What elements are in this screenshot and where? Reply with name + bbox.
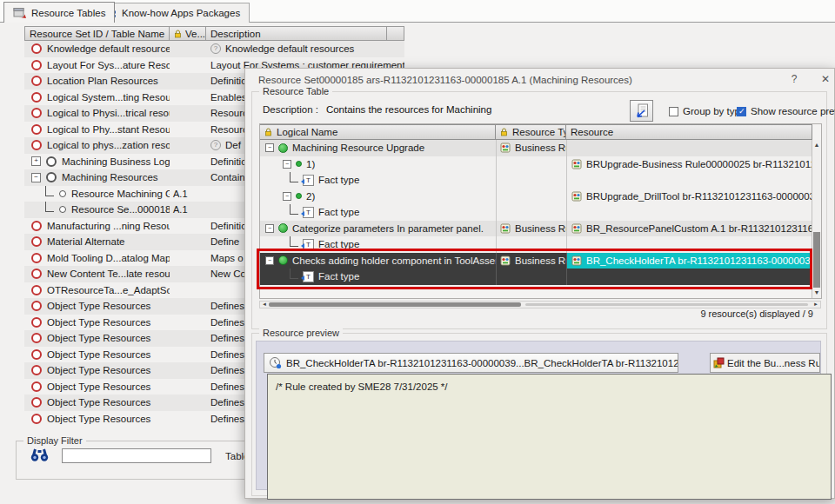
resource-table-icon [31,253,42,263]
resource-value: BRUpgrade_DrillTool br-R1132101231163-00… [586,191,812,202]
tab-resource-tables[interactable]: Resource Tables [3,2,115,23]
resource-row[interactable]: − T 2) [260,189,812,205]
vertical-scrollbar-thumb[interactable] [813,232,820,288]
row-description: Def [225,140,241,150]
row-name: Object Type Resources [47,301,150,311]
display-filter-label: Display Filter [23,435,86,446]
fact-type-icon: T [303,175,314,186]
column-header-description[interactable]: Description [206,26,387,41]
resource-row[interactable]: − T Fact type [260,269,812,285]
logical-name: Machining Resource Upgrade [292,143,424,153]
collapse-icon[interactable]: − [265,224,274,233]
row-version [170,250,206,267]
column-header-version[interactable]: Ve...on [170,26,206,41]
description-label: Description : [263,104,318,115]
close-icon[interactable]: ✕ [818,72,833,86]
logical-name: Fact type [318,175,359,185]
column-header-resource-type[interactable]: Resource Type [496,124,566,140]
edit-business-rule-button[interactable]: Edit the Bu...ness Rule... [710,353,820,373]
logical-name: Fact type [318,239,359,249]
header-spacer [387,26,404,41]
table-row[interactable]: + − Knowledge default resources ? Knowle… [24,41,404,57]
resource-table-icon [31,381,42,392]
lock-icon [264,128,272,136]
lock-icon [174,30,182,38]
horizontal-scrollbar[interactable]: ◄ ► [259,301,821,308]
collapse-icon[interactable]: − [265,256,274,265]
row-name: Object Type Resources [47,414,150,424]
rule-preview-icon [269,356,282,369]
tree-connector-icon [290,269,298,279]
row-version [170,41,206,57]
preview-header-tab[interactable]: BR_CheckHolderTA br-R1132101231163-00000… [264,353,678,373]
row-name: Object Type Resources [47,317,150,328]
resource-type: Business Rule [515,223,566,234]
row-version [170,154,206,170]
collapse-icon[interactable]: − [31,173,41,182]
export-report-button[interactable] [630,100,653,122]
collapse-icon[interactable]: − [265,143,274,152]
help-button[interactable]: ? [786,72,802,86]
fact-type-icon: T [303,207,314,218]
row-name: Resource Machining GJR [71,189,170,199]
collapse-icon[interactable]: − [283,160,291,169]
table-child-icon [59,206,66,213]
row-name: Object Type Resources [47,349,150,360]
info-icon: ? [210,140,221,150]
column-header-name[interactable]: Resource Set ID / Table Name [24,26,170,41]
resource-row[interactable]: − T Fact type [260,204,812,221]
resource-row[interactable]: − T Checks adding holder component in To… [260,253,812,269]
row-name: Location Plan Resources [47,76,158,86]
row-name: New Content Te...late resources [47,269,170,279]
resource-type: Business Rule [515,255,566,266]
show-resource-preview-checkbox[interactable] [737,107,746,116]
tab-know-how-apps-packages[interactable]: Know-how Apps Packages [94,3,250,23]
resource-table-icon [31,349,42,360]
rule-code-preview[interactable]: /* Rule created by SME28 7/31/2025 */ [267,374,832,500]
logical-node-icon [278,223,288,233]
column-header-resource[interactable]: Resource [566,124,812,140]
tree-connector-icon [290,236,298,247]
row-name: Knowledge default resources [47,43,170,54]
resource-preview-group-label: Resource preview [259,328,343,338]
scroll-down-arrow[interactable]: ▼ [812,288,821,298]
row-name: Machining Business Logic [62,156,170,167]
group-by-type-checkbox[interactable] [669,107,678,116]
resource-table-icon [31,397,42,408]
scroll-right-arrow[interactable]: ► [812,302,820,308]
horizontal-scrollbar-thumb[interactable] [269,302,521,307]
scroll-left-arrow[interactable]: ◄ [260,302,269,308]
resource-table-group-label: Resource Table [259,86,332,96]
resource-row[interactable]: − T Machining Resource Upgrade Business [260,140,812,156]
resource-table-header: Logical Name Resource Type Resource [260,124,821,140]
group-by-type-option: Group by type [669,106,745,116]
business-rule-icon [500,223,511,234]
row-version [170,266,206,282]
column-header-logical-name[interactable]: Logical Name [260,124,496,140]
resource-table-icon [31,60,42,70]
display-filter-input[interactable] [62,448,211,463]
collapse-icon[interactable]: − [283,192,291,201]
expand-icon[interactable]: + [31,156,41,166]
row-version [170,169,206,186]
resource-row[interactable]: − T 1) [260,156,812,173]
resource-table-group: Resource Table Description : Contains th… [251,91,827,329]
show-resource-preview-label: Show resource preview [751,106,835,116]
scroll-up-arrow[interactable]: ▲ [812,140,821,150]
binoculars-icon[interactable] [30,447,49,462]
dialog-title: Resource Set00000185 ars-R1132101231163-… [258,75,632,85]
resource-row[interactable]: − T Fact type [260,236,812,253]
resource-preview-group: Resource preview BR_CheckHolderTA br-R11… [251,333,827,496]
row-description: Defines [210,397,244,408]
logical-node-icon [278,255,288,265]
resource-row[interactable]: − T Fact type [260,172,812,189]
tree-connector-icon [45,202,54,212]
row-version: A.1 [170,186,206,202]
logical-name: Checks adding holder component in ToolAs… [292,255,496,266]
vertical-scrollbar[interactable]: ▲ ▼ [812,140,821,298]
resource-row[interactable]: − T Categorize parameters In parameter p… [260,221,812,237]
resource-set-dialog: Resource Set00000185 ars-R1132101231163-… [244,68,835,499]
resource-tables-icon [13,7,26,18]
resource-value: BRUpgrade-Business Rule00000025 br-R1132… [586,159,812,169]
resource-table-icon [31,43,42,54]
